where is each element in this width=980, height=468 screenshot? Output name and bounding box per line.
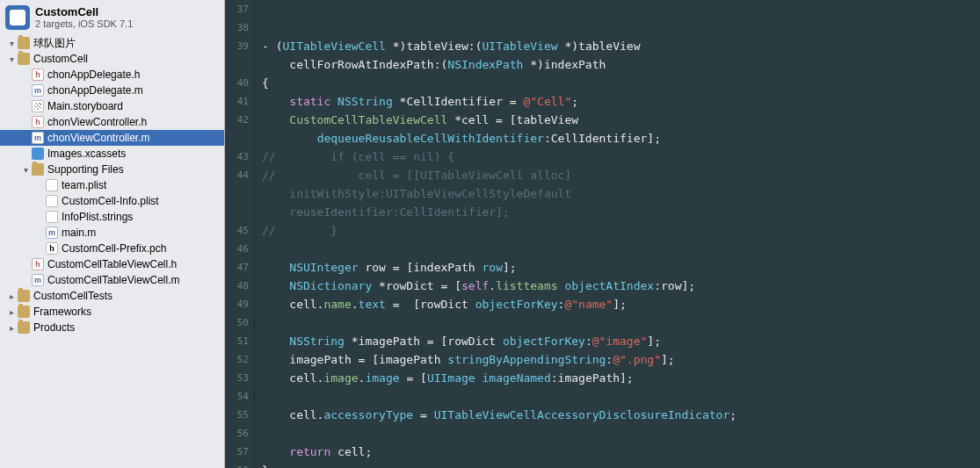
code-line[interactable]: // cell = [[UITableViewCell alloc] [262,166,980,184]
code-line[interactable] [262,424,980,443]
tree-item[interactable]: ▾Supporting Files [0,162,224,177]
tree-item[interactable]: mchonAppDelegate.m [0,83,224,98]
m-icon: m [46,227,58,239]
tree-item[interactable]: mchonViewController.m [0,130,224,146]
tree-item[interactable]: mCustomCellTableViewCell.m [0,272,224,288]
code-line[interactable] [262,0,980,18]
disclosure-triangle-icon[interactable]: ▾ [7,39,16,48]
code-line[interactable]: cellForRowAtIndexPath:(NSIndexPath *)ind… [262,55,980,74]
disclosure-triangle-icon[interactable]: ▸ [7,307,16,317]
tree-item-label: chonViewController.h [47,116,147,128]
disclosure-triangle-icon[interactable]: ▸ [7,323,16,333]
h-icon: h [32,116,44,128]
line-number [225,55,249,74]
m-icon: m [32,274,44,286]
m-icon: m [32,132,44,144]
code-line[interactable]: reuseIdentifier:CellIdentifier]; [262,203,980,221]
assets-icon [32,148,44,160]
code-line[interactable]: NSDictionary *rowDict = [self.listteams … [262,277,980,295]
code-line[interactable]: // } [262,221,980,240]
line-number [225,129,249,148]
code-line[interactable]: cell.name.text = [rowDict objectForKey:@… [262,295,980,313]
project-header[interactable]: CustomCell 2 targets, iOS SDK 7.1 [0,2,224,35]
code-line[interactable]: CustomCellTableViewCell *cell = [tableVi… [262,111,980,129]
folder-icon [18,53,30,65]
tree-item[interactable]: ▸Frameworks [0,304,224,320]
tree-item[interactable]: ▸Products [0,320,224,335]
code-line[interactable] [262,18,980,37]
tree-item[interactable]: ▾CustomCell [0,51,224,67]
tree-item-label: chonAppDelegate.h [47,68,140,81]
tree-item-label: Supporting Files [47,163,124,176]
tree-item-label: CustomCell-Info.plist [62,195,159,207]
line-number [225,203,249,221]
line-number: 54 [225,387,249,406]
strings-icon [46,211,58,223]
tree-item[interactable]: ▾球队图片 [0,35,224,51]
folder-icon [32,163,44,176]
code-line[interactable] [262,313,980,332]
line-number: 58 [225,461,249,468]
file-tree[interactable]: ▾球队图片▾CustomCellhchonAppDelegate.hmchonA… [0,35,224,335]
folder-icon [18,37,30,49]
code-editor[interactable]: 3738394041424344454647484950515253545556… [225,0,980,468]
project-navigator[interactable]: CustomCell 2 targets, iOS SDK 7.1 ▾球队图片▾… [0,0,225,468]
code-line[interactable]: dequeueReusableCellWithIdentifier:CellId… [262,129,980,148]
tree-item-label: CustomCellTests [33,290,113,302]
line-number: 45 [225,221,249,240]
code-line[interactable]: static NSString *CellIdentifier = @"Cell… [262,92,980,111]
tree-item[interactable]: hchonAppDelegate.h [0,67,224,83]
plist-icon [46,195,58,207]
tree-item[interactable]: hCustomCellTableViewCell.h [0,256,224,272]
folder-icon [18,306,30,318]
code-line[interactable]: return cell; [262,443,980,461]
sb-icon [32,100,44,112]
code-line[interactable]: initWithStyle:UITableViewCellStyleDefaul… [262,184,980,203]
h-icon: h [32,68,44,81]
tree-item-label: 球队图片 [33,36,76,51]
project-subtitle: 2 targets, iOS SDK 7.1 [35,18,133,29]
code-line[interactable]: NSString *imagePath = [rowDict objectFor… [262,332,980,350]
code-line[interactable] [262,387,980,406]
tree-item-label: CustomCellTableViewCell.m [47,274,180,286]
code-line[interactable]: NSUInteger row = [indexPath row]; [262,258,980,277]
code-line[interactable]: // if (cell == nil) { [262,148,980,166]
code-line[interactable]: cell.image.image = [UIImage imageNamed:i… [262,369,980,387]
code-line[interactable]: { [262,74,980,92]
tree-item[interactable]: CustomCell-Info.plist [0,193,224,209]
line-number: 53 [225,369,249,387]
code-line[interactable]: - (UITableViewCell *)tableView:(UITableV… [262,37,980,55]
project-title: CustomCell [35,5,133,18]
code-line[interactable]: } [262,461,980,468]
code-line[interactable]: imagePath = [imagePath stringByAppending… [262,350,980,369]
tree-item-label: Products [33,321,75,334]
disclosure-triangle-icon[interactable]: ▾ [21,165,30,175]
line-number: 38 [225,18,249,37]
code-area[interactable]: - (UITableViewCell *)tableView:(UITableV… [255,0,980,468]
line-number: 46 [225,240,249,258]
tree-item-label: CustomCellTableViewCell.h [47,258,177,270]
tree-item[interactable]: hchonViewController.h [0,114,224,130]
tree-item[interactable]: mmain.m [0,225,224,241]
tree-item-label: team.plist [62,179,106,191]
tree-item-label: main.m [62,227,96,239]
tree-item[interactable]: Images.xcassets [0,146,224,162]
pch-icon: h [46,242,58,255]
line-number: 47 [225,258,249,277]
tree-item[interactable]: team.plist [0,177,224,193]
tree-item[interactable]: Main.storyboard [0,98,224,114]
line-number: 56 [225,424,249,443]
tree-item[interactable]: ▸CustomCellTests [0,288,224,304]
disclosure-triangle-icon[interactable]: ▾ [7,54,16,64]
code-line[interactable]: cell.accessoryType = UITableViewCellAcce… [262,406,980,424]
tree-item[interactable]: InfoPlist.strings [0,209,224,225]
line-number: 52 [225,350,249,369]
line-gutter: 3738394041424344454647484950515253545556… [225,0,255,468]
disclosure-triangle-icon[interactable]: ▸ [7,292,16,301]
tree-item-label: chonViewController.m [47,132,150,144]
tree-item-label: Images.xcassets [47,148,126,160]
line-number: 50 [225,313,249,332]
tree-item-label: CustomCell-Prefix.pch [62,242,166,255]
tree-item[interactable]: hCustomCell-Prefix.pch [0,241,224,256]
code-line[interactable] [262,240,980,258]
